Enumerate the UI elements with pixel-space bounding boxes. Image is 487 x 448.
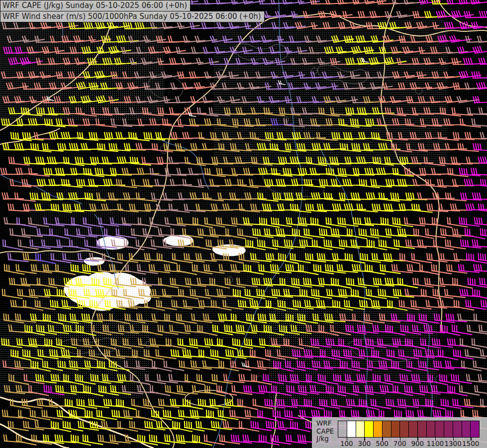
wind-barb [480, 132, 487, 139]
wind-barb [286, 264, 307, 272]
wind-barb [165, 338, 188, 348]
wind-barb [259, 167, 281, 175]
wind-barb [138, 118, 160, 125]
wind-barb [311, 410, 333, 418]
wind-barb [326, 118, 348, 125]
wind-barb [298, 217, 320, 225]
wind-barb [237, 132, 259, 139]
wind-barb [325, 264, 347, 273]
wind-barb [158, 278, 180, 288]
wind-barb [137, 167, 159, 175]
wind-barb [313, 264, 335, 274]
wind-barb [171, 132, 193, 138]
wind-barb [279, 325, 301, 335]
wind-barb [43, 385, 66, 395]
wind-barb [191, 314, 213, 323]
wind-barb [184, 421, 206, 431]
wind-barb [413, 178, 435, 186]
wind-barb [144, 300, 166, 310]
wind-barb [420, 168, 442, 175]
wind-barb [42, 96, 64, 103]
wind-barb [480, 399, 487, 410]
wind-barb [392, 118, 414, 125]
wind-barb [145, 374, 167, 384]
wind-barb [433, 239, 455, 249]
wind-barb [453, 349, 475, 359]
wind-barb [192, 264, 214, 274]
legend-swatch [462, 421, 471, 437]
wind-barb [311, 70, 333, 78]
wind-barb [23, 374, 46, 384]
wind-barb [433, 410, 455, 418]
legend-swatch [338, 421, 347, 437]
wind-barb [366, 239, 389, 250]
wind-barb [479, 56, 487, 65]
wind-barb [178, 289, 200, 299]
wind-barb [452, 228, 474, 236]
wind-barb [83, 118, 105, 125]
wind-barb [36, 278, 59, 288]
wind-barb [23, 421, 45, 430]
wind-barb [145, 204, 167, 211]
wind-barb [480, 349, 487, 358]
legend-color-scale [338, 421, 480, 438]
wind-barb [185, 325, 206, 333]
wind-barb [29, 410, 52, 420]
wind-barb [285, 96, 307, 103]
wind-barb [478, 204, 487, 212]
wind-barb [125, 435, 147, 443]
wind-barb [152, 314, 174, 322]
legend-swatch [374, 421, 383, 437]
wind-barb [192, 46, 213, 53]
wind-barb [144, 253, 166, 261]
wind-barb [318, 278, 340, 286]
wind-barb [366, 289, 388, 299]
wind-barb [91, 325, 113, 335]
wind-barb [332, 253, 354, 260]
wind-barb [411, 156, 433, 163]
wind-barb [185, 107, 206, 114]
wind-barb [170, 57, 192, 65]
wind-barb [384, 55, 406, 65]
wind-barb [434, 143, 456, 150]
wind-barb [265, 300, 288, 310]
wind-barb [30, 314, 52, 322]
wind-barb [71, 338, 94, 347]
legend-tick-label: 1100 [427, 440, 444, 448]
wind-barb [344, 203, 366, 211]
wind-barb [385, 278, 407, 285]
wind-barb [192, 217, 214, 227]
wind-barb [292, 300, 315, 309]
wind-barb [212, 325, 234, 335]
wind-barb [231, 264, 253, 272]
wind-barb [454, 253, 476, 260]
wind-barb [123, 410, 145, 418]
wind-barb [110, 338, 133, 348]
legend-tick-label: 300 [358, 440, 371, 448]
cape-legend: WRF CAPE J/kg 10030050070090011001300150… [312, 417, 487, 448]
wind-barb [204, 338, 226, 346]
wind-barb [447, 338, 469, 346]
wind-barb [470, 0, 487, 4]
wind-barb [251, 107, 273, 114]
wind-barb [157, 374, 179, 383]
wind-barb [406, 360, 428, 370]
wind-barb [481, 300, 487, 308]
wind-barb [224, 157, 246, 163]
wind-barb [331, 349, 354, 359]
wind-barb [306, 325, 328, 333]
wind-barb [265, 82, 287, 89]
wind-barb [111, 410, 134, 419]
wind-barb [359, 349, 381, 358]
wind-barb [399, 203, 421, 210]
wind-barb [473, 96, 487, 103]
wind-barb [299, 289, 321, 299]
wind-barb [299, 71, 321, 78]
wind-barb [151, 360, 174, 371]
wind-barb [245, 192, 267, 199]
wind-barb [137, 264, 159, 274]
legend-tick-label: 900 [411, 440, 424, 448]
wind-barb [123, 192, 145, 199]
wind-barb [285, 314, 307, 324]
wind-barb [103, 399, 125, 407]
